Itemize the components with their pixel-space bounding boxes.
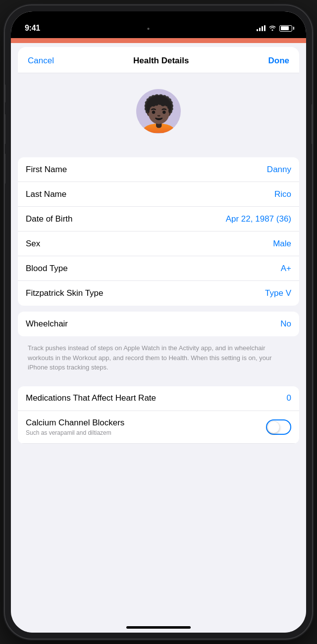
last-name-label: Last Name [26,189,66,199]
page-title: Health Details [133,56,189,66]
content-area: Cancel Health Details Done 🧑🏿‍🦱 First Na… [11,38,306,633]
avatar[interactable]: 🧑🏿‍🦱 [136,89,181,134]
toggle-knob [267,421,280,433]
sex-row[interactable]: Sex Male [18,231,299,256]
volume-down-button[interactable] [5,154,5,184]
phone-frame: 9:41 ● [5,5,312,639]
phone-screen: 9:41 ● [11,11,306,633]
nav-header: Cancel Health Details Done [18,47,299,73]
first-name-value: Danny [267,165,291,175]
blood-type-row[interactable]: Blood Type A+ [18,256,299,281]
wifi-icon [268,25,276,32]
power-button[interactable] [312,104,312,144]
signal-icon [257,25,265,31]
avatar-section[interactable]: 🧑🏿‍🦱 [18,73,299,151]
first-name-label: First Name [26,165,67,175]
wheelchair-section: Wheelchair No [18,312,299,336]
wheelchair-label: Wheelchair [26,319,68,329]
sex-label: Sex [26,239,40,249]
modal-card: Cancel Health Details Done 🧑🏿‍🦱 [18,47,299,151]
avatar-emoji: 🧑🏿‍🦱 [137,96,180,131]
calcium-blockers-label: Calcium Channel Blockers [26,418,266,428]
dob-label: Date of Birth [26,214,73,224]
mute-button[interactable] [5,85,5,102]
skin-type-row[interactable]: Fitzpatrick Skin Type Type V [18,281,299,306]
wheelchair-note: Track pushes instead of steps on Apple W… [20,338,297,380]
skin-type-value: Type V [265,288,291,298]
status-bar: 9:41 ● [11,11,306,38]
done-button[interactable]: Done [268,56,289,66]
blood-type-label: Blood Type [26,264,68,274]
blood-type-value: A+ [281,264,291,274]
first-name-row[interactable]: First Name Danny [18,157,299,182]
medications-heart-rate-row[interactable]: Medications That Affect Heart Rate 0 [18,386,299,411]
volume-up-button[interactable] [5,114,5,144]
home-indicator[interactable] [126,626,191,629]
wheelchair-row[interactable]: Wheelchair No [18,312,299,336]
last-name-row[interactable]: Last Name Rico [18,182,299,207]
medications-label: Medications That Affect Heart Rate [26,393,287,403]
last-name-value: Rico [274,189,291,199]
camera-dot: ● [147,26,150,31]
calcium-blockers-info: Calcium Channel Blockers Such as verapam… [26,418,266,436]
dob-row[interactable]: Date of Birth Apr 22, 1987 (36) [18,207,299,231]
wheelchair-note-container: Track pushes instead of steps on Apple W… [18,338,299,380]
status-icons [257,25,292,32]
personal-info-section: First Name Danny Last Name Rico Date of … [18,157,299,306]
medications-count: 0 [287,393,291,403]
battery-icon [279,25,292,32]
medications-section: Medications That Affect Heart Rate 0 Cal… [18,386,299,444]
dob-value: Apr 22, 1987 (36) [226,214,291,224]
calcium-toggle[interactable] [266,419,291,435]
orange-accent [11,38,306,43]
skin-type-label: Fitzpatrick Skin Type [26,288,104,298]
sex-value: Male [273,239,291,249]
calcium-blockers-sublabel: Such as verapamil and diltiazem [26,429,266,436]
wheelchair-value: No [280,319,291,329]
calcium-blockers-row[interactable]: Calcium Channel Blockers Such as verapam… [18,411,299,444]
status-time: 9:41 [25,24,40,33]
cancel-button[interactable]: Cancel [28,56,54,66]
